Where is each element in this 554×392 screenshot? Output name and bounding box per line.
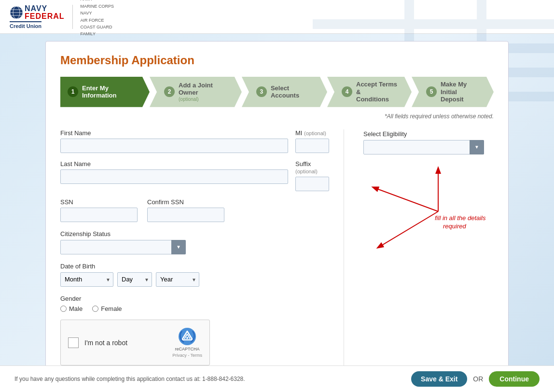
annotation-area: fill in all the details required bbox=[363, 158, 494, 265]
page-title: Membership Application bbox=[60, 54, 494, 67]
suffix-group: Suffix (optional) bbox=[295, 160, 329, 191]
dob-month-select[interactable]: Month JanuaryFebruaryMarch AprilMayJune … bbox=[60, 272, 113, 287]
recaptcha-box[interactable]: I'm not a robot reCAPTCHA Privacy - Term… bbox=[60, 320, 210, 366]
step-3-number: 3 bbox=[256, 86, 267, 97]
logo-container: NAVY FEDERAL Credit Union ARMY MARINE CO… bbox=[10, 0, 114, 38]
step-4-number: 4 bbox=[342, 86, 352, 97]
dob-year-wrapper: Year 2000199919981990 bbox=[156, 272, 199, 287]
footer: If you have any questions while completi… bbox=[0, 365, 554, 392]
eligibility-label: Select Eligibility bbox=[363, 130, 407, 138]
recaptcha-links[interactable]: Privacy - Terms bbox=[172, 353, 202, 358]
step-5[interactable]: 5 Make My InitialDeposit bbox=[412, 77, 494, 107]
suffix-label: Suffix (optional) bbox=[295, 160, 329, 175]
recaptcha-brand: reCAPTCHA bbox=[175, 347, 200, 352]
logo-divider bbox=[72, 5, 73, 29]
continue-button[interactable]: Continue bbox=[489, 371, 540, 387]
gender-label: Gender bbox=[60, 295, 81, 302]
svg-point-11 bbox=[179, 328, 196, 345]
svg-text:required: required bbox=[443, 223, 466, 230]
mi-label: MI (optional) bbox=[295, 129, 329, 137]
svg-point-12 bbox=[186, 337, 188, 339]
mi-input[interactable] bbox=[295, 139, 329, 153]
confirm-ssn-input[interactable] bbox=[147, 208, 224, 222]
dob-day-wrapper: Day 12345 678910 bbox=[117, 272, 152, 287]
step-3-label: Select Accounts bbox=[271, 84, 318, 99]
gender-group: Gender Male Female bbox=[60, 294, 329, 312]
mi-group: MI (optional) bbox=[295, 129, 329, 153]
form-right: Select Eligibility Active Duty Veteran F… bbox=[359, 129, 494, 366]
name-row: First Name MI (optional) bbox=[60, 129, 329, 153]
last-name-input[interactable] bbox=[60, 169, 288, 184]
logo-globe-icon bbox=[10, 6, 23, 19]
dob-label: Date of Birth bbox=[60, 263, 95, 270]
ssn-label: SSN bbox=[60, 198, 138, 206]
first-name-label: First Name bbox=[60, 129, 288, 137]
citizenship-select-wrapper: U.S. Citizen Permanent Resident Other bbox=[60, 240, 186, 254]
step-3[interactable]: 3 Select Accounts bbox=[242, 77, 327, 107]
last-name-label: Last Name bbox=[60, 160, 288, 168]
footer-contact: If you have any questions while completi… bbox=[14, 376, 245, 382]
lastname-row: Last Name Suffix (optional) bbox=[60, 160, 329, 191]
dob-day-select[interactable]: Day 12345 678910 bbox=[117, 272, 152, 287]
ssn-row: SSN Confirm SSN bbox=[60, 198, 329, 222]
steps-container: 1 Enter MyInformation 2 Add a Joint Owne… bbox=[60, 77, 494, 107]
ssn-group: SSN bbox=[60, 198, 138, 222]
gender-female-radio[interactable] bbox=[92, 306, 98, 312]
recaptcha-icon bbox=[178, 327, 196, 346]
suffix-input[interactable] bbox=[295, 177, 329, 191]
gender-male-label: Male bbox=[69, 305, 83, 312]
ssn-input[interactable] bbox=[60, 208, 138, 222]
dob-selects: Month JanuaryFebruaryMarch AprilMayJune … bbox=[60, 272, 329, 287]
step-2-optional: (optional) bbox=[179, 97, 232, 102]
logo-branches: ARMY MARINE CORPS NAVY AIR FORCE COAST G… bbox=[81, 0, 114, 38]
save-exit-button[interactable]: Save & Exit bbox=[411, 371, 467, 387]
svg-line-18 bbox=[378, 211, 438, 248]
recaptcha-left: I'm not a robot bbox=[68, 337, 127, 348]
first-name-input[interactable] bbox=[60, 139, 288, 153]
last-name-group: Last Name bbox=[60, 160, 288, 191]
eligibility-select-wrapper: Active Duty Veteran Family Member bbox=[363, 140, 484, 154]
citizenship-select[interactable]: U.S. Citizen Permanent Resident Other bbox=[60, 240, 186, 254]
form-columns: First Name MI (optional) Last Name bbox=[60, 129, 494, 366]
main-card: Membership Application 1 Enter MyInforma… bbox=[45, 41, 509, 380]
form-left: First Name MI (optional) Last Name bbox=[60, 129, 344, 366]
gender-male-option[interactable]: Male bbox=[60, 305, 83, 312]
svg-line-17 bbox=[373, 187, 438, 211]
citizenship-group: Citizenship Status U.S. Citizen Permanen… bbox=[60, 229, 329, 254]
confirm-ssn-group: Confirm SSN bbox=[147, 198, 224, 222]
recaptcha-logo: reCAPTCHA Privacy - Terms bbox=[172, 327, 202, 358]
recaptcha-text: I'm not a robot bbox=[84, 339, 127, 347]
step-1-label: Enter MyInformation bbox=[82, 84, 117, 99]
step-4-label: Accept Terms &Conditions bbox=[356, 81, 402, 103]
step-4[interactable]: 4 Accept Terms &Conditions bbox=[327, 77, 412, 107]
dob-month-wrapper: Month JanuaryFebruaryMarch AprilMayJune … bbox=[60, 272, 113, 287]
eligibility-group: Select Eligibility Active Duty Veteran F… bbox=[363, 129, 494, 154]
svg-text:fill in all the details: fill in all the details bbox=[435, 214, 486, 222]
step-5-label: Make My InitialDeposit bbox=[441, 81, 484, 103]
gender-male-radio[interactable] bbox=[60, 306, 67, 312]
navy-federal-logo: NAVY FEDERAL Credit Union ARMY MARINE CO… bbox=[10, 0, 114, 38]
step-2-number: 2 bbox=[164, 86, 175, 97]
dob-year-select[interactable]: Year 2000199919981990 bbox=[156, 272, 199, 287]
annotation-svg: fill in all the details required bbox=[363, 158, 489, 265]
step-1-number: 1 bbox=[68, 86, 78, 97]
gender-female-option[interactable]: Female bbox=[92, 305, 122, 312]
or-label: OR bbox=[473, 375, 483, 383]
recaptcha-checkbox[interactable] bbox=[68, 337, 79, 348]
citizenship-label: Citizenship Status bbox=[60, 230, 111, 238]
step-1[interactable]: 1 Enter MyInformation bbox=[60, 77, 150, 107]
first-name-group: First Name bbox=[60, 129, 288, 153]
dob-group: Date of Birth Month JanuaryFebruaryMarch… bbox=[60, 262, 329, 287]
gender-options: Male Female bbox=[60, 305, 329, 312]
eligibility-select[interactable]: Active Duty Veteran Family Member bbox=[363, 140, 484, 154]
gender-female-label: Female bbox=[101, 305, 122, 312]
step-2[interactable]: 2 Add a Joint Owner (optional) bbox=[150, 77, 242, 107]
footer-actions: Save & Exit OR Continue bbox=[411, 371, 540, 387]
step-2-label: Add a Joint Owner bbox=[179, 82, 232, 97]
required-note: *All fields required unless otherwise no… bbox=[60, 113, 494, 120]
step-5-number: 5 bbox=[426, 86, 437, 97]
confirm-ssn-label: Confirm SSN bbox=[147, 198, 224, 206]
